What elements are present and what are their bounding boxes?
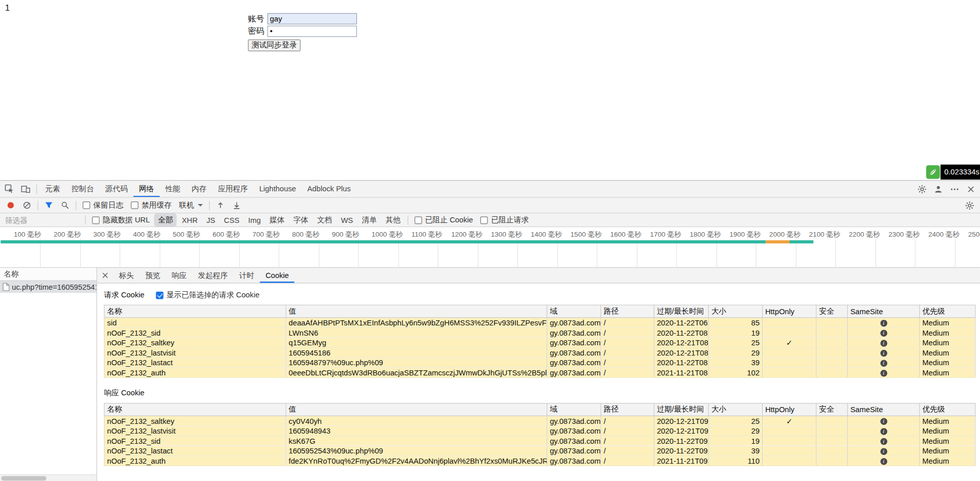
detail-tab-响应[interactable]: 响应	[166, 268, 192, 283]
export-har-icon[interactable]	[229, 198, 245, 213]
more-menu-icon[interactable]	[946, 181, 963, 197]
type-filter-全部[interactable]: 全部	[154, 213, 177, 226]
column-header-值[interactable]: 值	[286, 305, 547, 318]
close-devtools-icon[interactable]	[963, 181, 979, 197]
clear-icon[interactable]	[19, 198, 35, 213]
type-filter-清单[interactable]: 清单	[358, 213, 380, 226]
samesite-info-icon[interactable]: i	[880, 428, 887, 435]
column-header-名称[interactable]: 名称	[104, 305, 286, 318]
cookie-row-nOoF_2132_lastvisit[interactable]: nOoF_2132_lastvisit1605945186gy.0873ad.c…	[104, 347, 975, 358]
detail-tab-Cookie[interactable]: Cookie	[260, 268, 295, 283]
samesite-info-icon[interactable]: i	[880, 438, 887, 445]
column-header-安全[interactable]: 安全	[816, 403, 847, 416]
blocked-requests-checkbox[interactable]: 已阻止请求	[480, 215, 528, 225]
login-test-button[interactable]: 测试同步登录	[248, 39, 301, 51]
column-header-优先级[interactable]: 优先级	[920, 305, 975, 318]
cookie-row-nOoF_2132_sid[interactable]: nOoF_2132_sidksK67Ggy.0873ad.com/2020-11…	[104, 436, 975, 446]
column-header-过期/最长时间[interactable]: 过期/最长时间	[654, 305, 708, 318]
samesite-info-icon[interactable]: i	[880, 370, 887, 376]
type-filter-其他[interactable]: 其他	[382, 213, 404, 226]
account-input[interactable]	[267, 13, 357, 24]
detail-tab-发起程序[interactable]: 发起程序	[192, 268, 234, 283]
cookie-row-nOoF_2132_lastact[interactable]: nOoF_2132_lastact1605948797%09uc.php%09g…	[104, 358, 975, 368]
type-filter-Img[interactable]: Img	[244, 214, 264, 225]
column-header-HttpOnly[interactable]: HttpOnly	[763, 403, 817, 416]
type-filter-XHR[interactable]: XHR	[178, 214, 202, 225]
password-input[interactable]	[267, 26, 357, 37]
detail-tab-标头[interactable]: 标头	[113, 268, 140, 283]
cookie-row-sid[interactable]: siddeaaAfAHBPtPTsMX1xEInfAsbphLy6n5w9bZg…	[104, 318, 975, 328]
type-filter-字体[interactable]: 字体	[289, 213, 312, 226]
column-header-域[interactable]: 域	[547, 305, 601, 318]
disable-cache-checkbox[interactable]: 禁用缓存	[131, 200, 172, 211]
type-filter-WS[interactable]: WS	[337, 214, 357, 225]
throttling-select[interactable]: 联机	[179, 200, 203, 211]
main-tab-控制台[interactable]: 控制台	[66, 181, 100, 197]
blocked-cookies-checkbox[interactable]: 已阻止 Cookie	[414, 215, 473, 225]
samesite-info-icon[interactable]: i	[880, 340, 887, 346]
samesite-info-icon[interactable]: i	[880, 320, 887, 326]
column-header-大小[interactable]: 大小	[708, 305, 763, 318]
main-tab-应用程序[interactable]: 应用程序	[212, 181, 254, 197]
preserve-log-checkbox[interactable]: 保留日志	[83, 200, 124, 211]
network-settings-gear-icon[interactable]	[961, 198, 977, 213]
samesite-info-icon[interactable]: i	[880, 448, 887, 454]
column-header-域[interactable]: 域	[547, 403, 601, 416]
samesite-info-icon[interactable]: i	[880, 350, 887, 357]
cookie-row-nOoF_2132_auth[interactable]: nOoF_2132_authfde2KYnRoT0uq%2FmyGD%2F2v4…	[104, 456, 975, 466]
scrollbar-thumb[interactable]	[1, 476, 46, 481]
main-tab-内存[interactable]: 内存	[186, 181, 212, 197]
profile-icon[interactable]	[930, 181, 946, 197]
type-filter-媒体[interactable]: 媒体	[266, 213, 288, 226]
column-header-名称[interactable]: 名称	[104, 403, 286, 416]
filter-icon[interactable]	[41, 198, 57, 213]
column-header-值[interactable]: 值	[286, 403, 547, 416]
column-header-安全[interactable]: 安全	[816, 305, 847, 318]
column-header-路径[interactable]: 路径	[601, 305, 654, 318]
cookie-row-nOoF_2132_saltkey[interactable]: nOoF_2132_saltkeyq15GEMyggy.0873ad.com/2…	[104, 338, 975, 348]
import-har-icon[interactable]	[212, 198, 229, 213]
show-filtered-cookies-checkbox[interactable]: 显示已筛选掉的请求 Cookie	[156, 290, 259, 300]
column-header-SameSite[interactable]: SameSite	[847, 403, 919, 416]
column-header-过期/最长时间[interactable]: 过期/最长时间	[654, 403, 708, 416]
detail-tab-预览[interactable]: 预览	[140, 268, 166, 283]
type-filter-JS[interactable]: JS	[203, 214, 219, 225]
samesite-info-icon[interactable]: i	[880, 418, 887, 424]
main-tab-Adblock Plus[interactable]: Adblock Plus	[302, 181, 356, 197]
column-header-优先级[interactable]: 优先级	[920, 403, 975, 416]
close-detail-icon[interactable]	[97, 268, 113, 283]
column-header-大小[interactable]: 大小	[708, 403, 763, 416]
column-header-HttpOnly[interactable]: HttpOnly	[763, 305, 817, 318]
settings-gear-icon[interactable]	[914, 181, 930, 197]
network-overview-timeline[interactable]: 100 毫秒200 毫秒300 毫秒400 毫秒500 毫秒600 毫秒700 …	[0, 227, 980, 268]
main-tab-Lighthouse[interactable]: Lighthouse	[254, 181, 302, 197]
hide-data-urls-checkbox[interactable]: 隐藏数据 URL	[92, 215, 150, 225]
main-tab-源代码[interactable]: 源代码	[100, 181, 133, 197]
inspect-icon[interactable]	[1, 181, 17, 197]
detail-tab-计时[interactable]: 计时	[234, 268, 260, 283]
samesite-info-icon[interactable]: i	[880, 360, 887, 366]
search-icon[interactable]	[57, 198, 74, 213]
samesite-info-icon[interactable]: i	[880, 330, 887, 336]
main-tab-元素[interactable]: 元素	[39, 181, 66, 197]
main-tab-性能[interactable]: 性能	[160, 181, 186, 197]
load-timer: 0.023334s	[926, 165, 980, 180]
type-filter-文档[interactable]: 文档	[313, 213, 336, 226]
device-toolbar-icon[interactable]	[17, 181, 34, 197]
cookie-row-nOoF_2132_lastvisit[interactable]: nOoF_2132_lastvisit1605948943gy.0873ad.c…	[104, 426, 975, 436]
samesite-info-icon[interactable]: i	[880, 458, 887, 465]
request-list-item[interactable]: uc.php?time=1605952541&...	[0, 281, 96, 293]
column-header-路径[interactable]: 路径	[601, 403, 654, 416]
type-filter-CSS[interactable]: CSS	[220, 214, 243, 225]
load-timer-leaf-icon[interactable]	[926, 165, 940, 179]
requests-name-column-header[interactable]: 名称	[0, 268, 96, 281]
main-tab-网络[interactable]: 网络	[133, 181, 160, 197]
horizontal-scrollbar[interactable]	[0, 474, 96, 481]
filter-input[interactable]	[3, 216, 83, 224]
cookie-row-nOoF_2132_auth[interactable]: nOoF_2132_auth0eeeDbLtCRjcqtdsW3dRBo6uac…	[104, 368, 975, 378]
record-icon[interactable]	[3, 198, 19, 213]
column-header-SameSite[interactable]: SameSite	[847, 305, 919, 318]
cookie-row-nOoF_2132_saltkey[interactable]: nOoF_2132_saltkeycy0V40yhgy.0873ad.com/2…	[104, 416, 975, 426]
cookie-row-nOoF_2132_lastact[interactable]: nOoF_2132_lastact1605952543%09uc.php%09g…	[104, 446, 975, 456]
cookie-row-nOoF_2132_sid[interactable]: nOoF_2132_sidLWnSN6gy.0873ad.com/2020-11…	[104, 327, 975, 338]
